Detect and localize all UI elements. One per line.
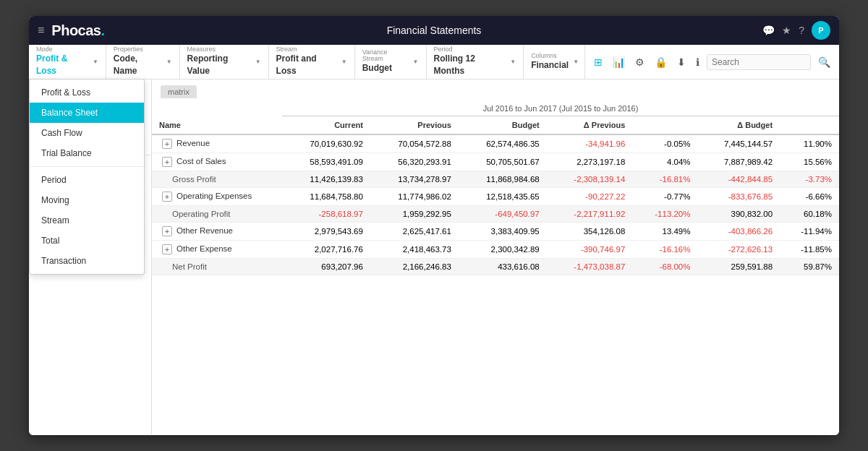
delta-previous-column-header: Δ Previous [547, 116, 633, 135]
row-value-cell: 7,887,989.42 [698, 153, 780, 171]
measures-dropdown-trigger[interactable]: Measures Reporting Value ▼ [180, 45, 269, 79]
name-column-header: Name [152, 116, 282, 135]
row-name: Revenue [176, 139, 210, 147]
row-value-cell: 15.56% [780, 153, 839, 171]
row-value-cell: 2,273,197.18 [547, 153, 633, 171]
table-row: Gross Profit11,426,139.8313,734,278.9711… [152, 171, 839, 188]
period-label: Period [434, 46, 506, 53]
columns-value: Financial [531, 59, 569, 72]
row-name: Operating Expenses [176, 192, 252, 200]
star-icon[interactable]: ★ [782, 25, 791, 36]
mode-dropdown-menu: Profit & Loss Balance Sheet Cash Flow Tr… [29, 79, 145, 275]
stream-value: Profit and Loss [276, 53, 337, 77]
row-value-cell: -3.73% [780, 171, 839, 188]
expand-button[interactable]: + [162, 244, 172, 254]
dropdown-transaction[interactable]: Transaction [30, 251, 144, 271]
lock-button[interactable]: 🔒 [652, 53, 670, 71]
properties-label: Properties [114, 46, 162, 53]
expand-button[interactable]: + [162, 157, 172, 167]
properties-label-group: Properties Code, Name [114, 46, 162, 77]
row-value-cell: 11,684,758.80 [282, 188, 370, 206]
message-icon[interactable]: 💬 [762, 25, 775, 36]
grid-view-button[interactable]: ⊞ [591, 53, 605, 71]
columns-dropdown-trigger[interactable]: Columns Financial ▼ [524, 45, 585, 79]
dropdown-trial-balance[interactable]: Trial Balance [30, 143, 144, 163]
dropdown-stream[interactable]: Stream [30, 210, 144, 231]
hamburger-icon[interactable]: ≡ [38, 24, 44, 37]
chart-view-button[interactable]: 📊 [610, 53, 628, 71]
info-button[interactable]: ℹ [693, 53, 702, 71]
properties-value: Code, Name [114, 53, 162, 77]
search-button[interactable]: 🔍 [815, 53, 833, 71]
download-button[interactable]: ⬇ [674, 53, 689, 71]
date-range-header: Jul 2016 to Jun 2017 (Jul 2015 to Jun 20… [282, 98, 839, 116]
row-name-cell: Net Profit [152, 259, 282, 275]
row-value-cell: -442,844.85 [698, 171, 780, 188]
mode-label-group: Mode Profit & Loss [36, 46, 88, 77]
delta-budget-pct-header [780, 116, 839, 135]
settings-button[interactable]: ⚙ [632, 53, 647, 71]
mode-dropdown-trigger[interactable]: Mode Profit & Loss ▼ Profit & Loss Balan… [29, 45, 106, 79]
row-value-cell: 2,418,463.73 [370, 241, 459, 259]
row-value-cell: -1,473,038.87 [547, 259, 633, 275]
row-value-cell: 7,445,144.57 [698, 134, 780, 153]
table-row: +Revenue70,019,630.9270,054,572.8862,574… [152, 134, 839, 153]
row-value-cell: -16.81% [632, 171, 697, 188]
expand-button[interactable]: + [162, 226, 172, 236]
columns-label: Columns [531, 53, 569, 59]
budget-column-header: Budget [459, 116, 547, 135]
table-row: +Other Expense2,027,716.762,418,463.732,… [152, 241, 839, 259]
row-value-cell: 433,616.08 [459, 259, 547, 275]
stream-label: Stream [276, 46, 337, 53]
row-value-cell: 50,705,501.67 [459, 153, 547, 171]
stream-dropdown-trigger[interactable]: Stream Profit and Loss ▼ [269, 45, 355, 79]
variance-dropdown-trigger[interactable]: Variance Stream Budget ▼ [355, 45, 427, 79]
row-value-cell: 2,166,246.83 [370, 259, 459, 275]
app-window: ≡ Phocas. Financial Statements 💬 ★ ? P M… [29, 16, 839, 435]
dropdown-period[interactable]: Period [30, 170, 144, 190]
table-row: +Cost of Sales58,593,491.0956,320,293.91… [152, 153, 839, 171]
row-value-cell: -2,217,911.92 [547, 206, 633, 223]
row-name-cell: +Operating Expenses [152, 188, 282, 206]
search-box [707, 54, 811, 70]
top-nav: ≡ Phocas. Financial Statements 💬 ★ ? P [29, 16, 839, 45]
properties-dropdown-trigger[interactable]: Properties Code, Name ▼ [106, 45, 180, 79]
row-value-cell: 2,300,342.89 [459, 241, 547, 259]
row-name-cell: +Cost of Sales [152, 153, 282, 171]
user-avatar[interactable]: P [812, 21, 830, 40]
previous-column-header: Previous [370, 116, 459, 135]
matrix-label: matrix [161, 85, 197, 98]
period-dropdown-trigger[interactable]: Period Rolling 12 Months ▼ [427, 45, 524, 79]
expand-button[interactable]: + [162, 139, 172, 149]
expand-button[interactable]: + [162, 192, 172, 202]
row-name: Cost of Sales [176, 157, 226, 166]
period-label-group: Period Rolling 12 Months [434, 46, 506, 77]
row-value-cell: 390,832.00 [698, 206, 780, 223]
nav-icons: 💬 ★ ? P [762, 21, 830, 40]
row-value-cell: -258,618.97 [282, 206, 370, 223]
stream-chevron: ▼ [341, 59, 347, 65]
dropdown-moving[interactable]: Moving [30, 190, 144, 210]
help-icon[interactable]: ? [799, 25, 804, 36]
dropdown-total[interactable]: Total [30, 231, 144, 251]
table-row: +Operating Expenses11,684,758.8011,774,9… [152, 188, 839, 206]
dropdown-profit-loss[interactable]: Profit & Loss [30, 82, 144, 103]
row-value-cell: -2,308,139.14 [547, 171, 633, 188]
dropdown-cash-flow[interactable]: Cash Flow [30, 123, 144, 143]
search-input[interactable] [712, 57, 806, 67]
row-value-cell: 13.49% [632, 223, 697, 241]
period-chevron: ▼ [510, 59, 516, 65]
dropdown-balance-sheet[interactable]: Balance Sheet [30, 103, 144, 123]
app-title: Financial Statements [387, 25, 482, 36]
row-value-cell: 60.18% [780, 206, 839, 223]
row-name: Gross Profit [172, 175, 216, 184]
toolbar: Mode Profit & Loss ▼ Profit & Loss Balan… [29, 45, 839, 80]
variance-value: Budget [362, 62, 409, 74]
delta-budget-column-header: Δ Budget [698, 116, 780, 135]
row-value-cell: 11,426,139.83 [282, 171, 370, 188]
row-value-cell: 4.04% [632, 153, 697, 171]
row-value-cell: 59.87% [780, 259, 839, 275]
row-name: Other Expense [176, 244, 232, 253]
row-value-cell: 56,320,293.91 [370, 153, 459, 171]
variance-chevron: ▼ [413, 59, 419, 65]
